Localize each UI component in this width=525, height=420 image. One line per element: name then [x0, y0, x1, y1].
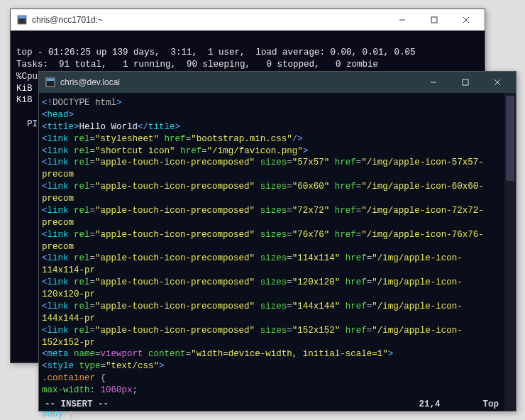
code-segment: sizes	[260, 230, 287, 240]
code-segment	[255, 206, 260, 216]
code-segment: />	[292, 134, 303, 144]
code-segment: =	[95, 349, 101, 359]
window-title-2: chris@dev.local	[60, 77, 417, 87]
titlebar-2[interactable]: chris@dev.local	[39, 72, 516, 93]
code-segment	[69, 146, 74, 156]
code-segment: >	[116, 98, 122, 108]
vim-mode: -- INSERT --	[45, 399, 419, 409]
titlebar-1[interactable]: chris@ncc1701d:~	[11, 9, 485, 31]
code-segment: meta	[48, 349, 69, 359]
code-segment: sizes	[260, 326, 287, 336]
code-segment	[340, 277, 346, 287]
code-segment: 1060px	[101, 385, 133, 395]
code-segment: sizes	[260, 277, 287, 287]
code-segment: <	[42, 302, 48, 311]
kib-line-2: KiB	[16, 95, 38, 105]
close-button[interactable]	[481, 72, 513, 92]
code-segment: <	[42, 110, 48, 120]
code-segment: <	[42, 134, 48, 144]
code-segment: "shortcut icon"	[95, 146, 175, 156]
code-segment: =	[90, 146, 96, 156]
code-segment: sizes	[260, 302, 287, 311]
close-button[interactable]	[450, 10, 482, 30]
scroll-percent: Top	[482, 399, 499, 409]
code-segment: link	[48, 182, 69, 192]
code-segment: sizes	[260, 253, 287, 263]
code-segment: rel	[74, 134, 90, 144]
code-segment: href	[180, 146, 201, 156]
code-segment: <	[42, 122, 48, 132]
code-area[interactable]: <!DOCTYPE html><head><title>Hello World<…	[39, 97, 504, 420]
code-segment: =	[186, 349, 192, 359]
code-segment: link	[48, 206, 69, 216]
code-segment: <	[42, 146, 48, 156]
code-segment: sizes	[260, 182, 287, 192]
code-segment: "/img/favicon.png"	[207, 146, 303, 156]
code-segment: "apple-touch-icon-precomposed"	[95, 206, 255, 216]
code-segment: "apple-touch-icon-precomposed"	[95, 158, 255, 167]
code-segment: >	[388, 349, 394, 359]
code-segment: =	[287, 206, 292, 216]
code-segment: =	[90, 277, 96, 287]
code-segment: link	[48, 253, 69, 263]
scrollbar[interactable]	[504, 93, 516, 411]
code-segment	[69, 326, 74, 336]
code-segment: =	[101, 361, 106, 371]
code-segment	[69, 206, 74, 216]
editor-pane[interactable]: <!DOCTYPE html><head><title>Hello World<…	[39, 93, 516, 411]
code-segment: <	[42, 206, 48, 216]
minimize-button[interactable]	[417, 72, 449, 92]
code-segment: "72x72"	[292, 206, 330, 216]
code-segment: "text/css"	[106, 361, 159, 371]
code-segment: "apple-touch-icon-precomposed"	[95, 302, 255, 311]
code-segment: href	[165, 134, 186, 144]
code-segment	[255, 182, 260, 192]
code-line: <link rel="apple-touch-icon-precomposed"…	[42, 229, 504, 253]
code-segment: <	[42, 253, 48, 263]
code-segment: max-width	[42, 385, 90, 395]
code-segment: >	[303, 146, 309, 156]
code-segment: href	[335, 206, 356, 216]
code-segment: link	[48, 277, 69, 287]
code-segment: rel	[74, 146, 90, 156]
code-segment: "76x76"	[292, 230, 330, 240]
code-line: <link rel="stylesheet" href="bootstrap.m…	[42, 133, 504, 145]
code-segment	[143, 349, 149, 359]
code-line: <head>	[42, 109, 504, 121]
code-line: <link rel="shortcut icon" href="/img/fav…	[42, 145, 504, 158]
code-segment: rel	[74, 206, 90, 216]
code-segment: viewport	[101, 349, 143, 359]
code-segment: =	[287, 230, 292, 240]
code-segment: title	[148, 122, 175, 132]
code-segment: "60x60"	[292, 182, 330, 192]
minimize-button[interactable]	[386, 10, 418, 30]
code-segment: "apple-touch-icon-precomposed"	[95, 253, 255, 263]
pid-line: PI	[16, 119, 38, 129]
window-title-1: chris@ncc1701d:~	[32, 15, 386, 25]
code-segment: rel	[74, 326, 90, 336]
code-segment: link	[48, 158, 69, 167]
code-segment	[255, 326, 260, 336]
code-segment: <	[42, 361, 48, 371]
svg-rect-3	[431, 17, 437, 23]
code-line: <link rel="apple-touch-icon-precomposed"…	[42, 157, 504, 181]
maximize-button[interactable]	[449, 72, 481, 92]
code-segment	[74, 361, 79, 371]
code-segment: <	[42, 158, 48, 167]
app-icon	[45, 77, 56, 88]
code-segment: "152x152"	[292, 326, 341, 336]
scroll-thumb[interactable]	[506, 96, 514, 181]
code-segment: "apple-touch-icon-precomposed"	[95, 230, 255, 240]
code-segment: link	[48, 146, 69, 156]
code-segment: "144x144"	[292, 302, 341, 311]
code-segment: =	[90, 302, 96, 311]
code-segment	[340, 326, 346, 336]
code-line: <style type="text/css">	[42, 360, 504, 372]
code-segment: href	[346, 326, 367, 336]
code-segment: rel	[74, 302, 90, 311]
maximize-button[interactable]	[418, 10, 450, 30]
svg-rect-9	[463, 79, 468, 85]
code-segment: "114x114"	[292, 253, 341, 263]
code-segment	[175, 146, 181, 156]
code-segment: =	[90, 206, 96, 216]
